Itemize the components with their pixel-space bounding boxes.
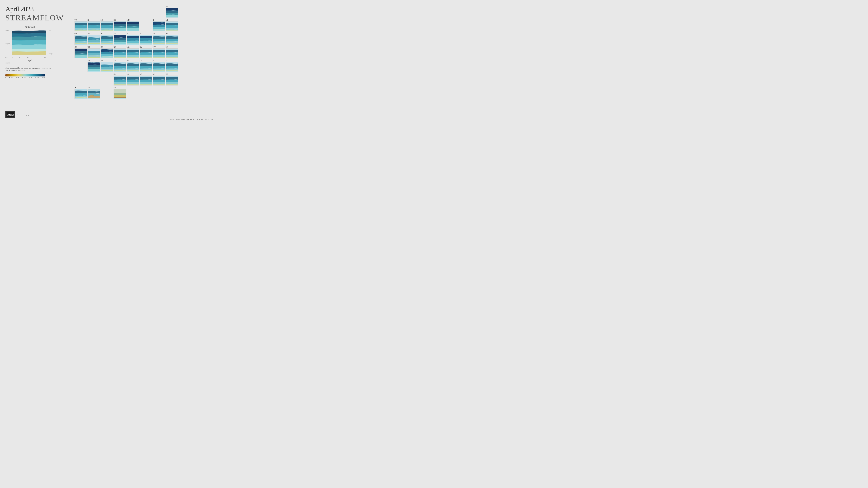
state-chart-ia [127,35,139,45]
state-chart-wa [74,21,87,31]
national-chart-container: 100% gages 0% [5,29,53,58]
state-label-nv: NV [88,33,90,35]
gages-label: gages [5,62,54,64]
legend-description: Flow percentile at USGS streamgages rela… [5,67,54,72]
state-tile-ak: AK [88,87,100,99]
states-grid: WI VT NH ME [61,4,215,117]
state-tile-tx: TX [114,87,126,99]
national-chart-area [12,29,46,55]
state-tile-il: IL [153,19,165,31]
state-tile-ks: KS [114,60,126,72]
state-label-co: CO [100,46,103,48]
legend-ticks: 0 0.05 0.10 0.25 0.75 0.90 0.95 [5,77,45,78]
state-label-wa: WA [74,19,78,21]
state-tile-mi: MI [166,19,178,31]
state-label-or: OR [74,33,77,35]
state-tile-id: ID [88,19,100,31]
state-chart-ky [140,48,152,58]
state-label-al: AL [153,73,155,75]
state-chart-mo [127,48,139,58]
state-chart-ms [140,75,152,86]
usgs-tagline: science for a changing world [16,114,32,116]
state-tile-sc: SC [166,60,178,72]
state-tile-ky: KY [140,46,152,58]
title-sub: STREAMFLOW [5,14,54,22]
state-label-nc: NC [153,60,155,62]
state-tile-wy: WY [100,33,113,45]
state-label-in: IN [140,33,142,35]
state-label-pa: PA [166,33,168,35]
state-tile-mt: MT [100,19,113,31]
usgs-logo: USGS science for a changing world [5,111,54,119]
state-label-sc: SC [166,60,168,62]
state-label-tn: TN [140,60,142,62]
state-label-az: AZ [88,60,90,62]
state-label-va: VA [166,46,168,48]
state-tile-hi: HI [74,87,87,99]
state-label-ky: KY [140,46,142,48]
state-label-mt: MT [100,19,103,21]
state-label-sd: SD [114,33,116,35]
state-chart-sd [114,35,126,45]
state-label-mn: MN [127,19,129,21]
state-tile-al: AL [153,73,165,86]
state-tile-ca: CA [74,46,87,58]
state-label-wi: WI [166,5,168,7]
state-chart-al [153,75,165,86]
state-tile-ok: OK [114,73,126,86]
x-axis-title: April [5,59,54,62]
state-tile-mn: MN [127,19,139,31]
state-chart-mi [166,21,178,31]
state-label-wy: WY [100,33,104,35]
wet-dry-labels: Wet Dry [50,29,53,55]
legend-bar: 0 0.05 0.10 0.25 0.75 0.90 0.95 [5,74,54,78]
state-tile-ga: GA [166,73,178,86]
state-label-nm: NM [100,60,103,62]
state-tile-nm: NM [100,60,113,72]
state-label-hi: HI [74,87,76,89]
state-tile-co: CO [100,46,113,58]
state-label-ga: GA [166,73,168,75]
state-tile-wa: WA [74,19,87,31]
x-axis-labels: 1 8 15 22 29 [12,57,46,58]
state-label-ca: CA [74,46,77,48]
state-tile-or: OR [74,33,87,45]
state-chart-wv [153,48,165,58]
state-tile-tn: TN [140,60,152,72]
state-tile-in: IN [140,33,152,45]
state-chart-wy [100,35,113,45]
state-chart-wi [166,8,178,18]
state-chart-nc [153,62,165,72]
state-label-ms: MS [140,73,142,75]
state-label-ar: AR [127,60,129,62]
state-label-wv: WV [153,46,156,48]
state-chart-tx [114,89,126,99]
state-tile-ms: MS [140,73,152,86]
state-chart-ut [88,48,100,58]
state-chart-ok [114,75,126,86]
national-section: National 100% gages 0% [5,26,54,64]
state-chart-hi [74,89,87,99]
state-label-ak: AK [88,87,90,89]
state-label-ne: NE [114,46,116,48]
state-label-id: ID [88,19,90,21]
state-chart-ca [74,48,87,58]
state-tile-ne: NE [114,46,126,58]
state-tile-oh: OH [153,33,165,45]
state-chart-co [100,48,113,58]
state-tile-ar: AR [127,60,139,72]
state-label-mo: MO [127,46,129,48]
state-label-ks: KS [114,60,116,62]
state-chart-az [88,62,100,72]
state-label-mi: MI [166,19,168,21]
state-label-ia: IA [127,33,129,35]
state-chart-or [74,35,87,45]
state-chart-ks [114,62,126,72]
y-axis-labels: 100% gages 0% [5,29,10,58]
state-tile-pa: PA [166,33,178,45]
state-chart-mt [100,21,113,31]
page: April 2023 STREAMFLOW National 100% gage… [0,0,217,122]
state-chart-il [153,21,165,31]
state-tile-ia: IA [127,33,139,45]
state-tile-nv: NV [88,33,100,45]
